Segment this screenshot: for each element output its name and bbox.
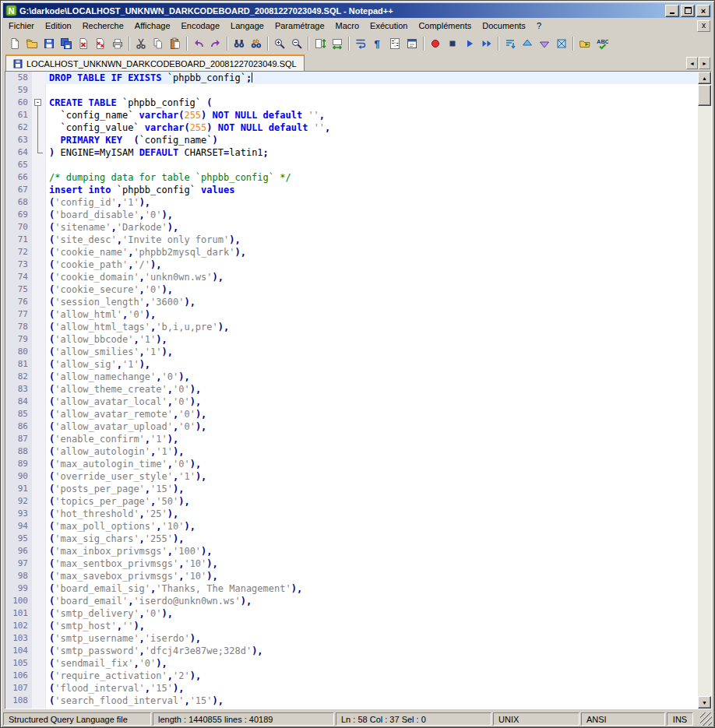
code-text[interactable]: ('max_sig_chars','255'), bbox=[45, 533, 698, 545]
code-line[interactable]: 79('allow_bbcode','1'), bbox=[5, 333, 698, 346]
title-bar[interactable]: N G:\darkode\LOCALHOST_UNKNWN_DARKCODEBO… bbox=[3, 3, 712, 18]
code-text[interactable]: ('max_sentbox_privmsgs','10'), bbox=[45, 557, 698, 570]
code-text[interactable]: ('allow_bbcode','1'), bbox=[45, 333, 698, 346]
menu-item-aide[interactable]: ? bbox=[531, 19, 547, 33]
print-button[interactable] bbox=[109, 35, 126, 52]
menu-item-documents[interactable]: Documents bbox=[477, 19, 531, 33]
code-line[interactable]: 81('allow_sig','1'), bbox=[5, 358, 698, 371]
code-line[interactable]: 61 `config_name` varchar(255) NOT NULL d… bbox=[5, 109, 698, 121]
code-text[interactable]: ('cookie_domain','unkn0wn.ws'), bbox=[45, 271, 698, 283]
code-line[interactable]: 72('cookie_name','phpbb2mysql_dark'), bbox=[5, 246, 698, 258]
scroll-up-button[interactable]: ▲ bbox=[698, 72, 711, 84]
code-text[interactable]: ('sitename','Darkode'), bbox=[45, 221, 698, 234]
code-line[interactable]: 95('max_sig_chars','255'), bbox=[5, 533, 698, 545]
code-line[interactable]: 68('config_id','1'), bbox=[5, 196, 698, 209]
code-text[interactable]: ('allow_namechange','0'), bbox=[45, 371, 698, 383]
spell-check-button[interactable]: ABC bbox=[593, 35, 611, 52]
code-text[interactable]: ('board_email_sig','Thanks, The Manageme… bbox=[45, 582, 698, 595]
menu-item-execution[interactable]: Exécution bbox=[365, 19, 413, 33]
code-line[interactable]: 96('max_inbox_privmsgs','100'), bbox=[5, 545, 698, 557]
code-line[interactable]: 97('max_sentbox_privmsgs','10'), bbox=[5, 557, 698, 570]
close-button[interactable]: × bbox=[696, 5, 710, 17]
code-line[interactable]: 73('cookie_path','/'), bbox=[5, 258, 698, 271]
plugin-down-button[interactable] bbox=[536, 35, 553, 52]
close-file-button[interactable] bbox=[75, 35, 92, 52]
code-text[interactable]: ('smtp_password','dfcj4r3e87we;328d'), bbox=[45, 645, 698, 657]
code-line[interactable]: 71('site_desc','Invite only forum'), bbox=[5, 234, 698, 246]
menu-item-edition[interactable]: Edition bbox=[40, 19, 77, 33]
zoom-out-button[interactable] bbox=[288, 35, 305, 52]
code-line[interactable]: 91('posts_per_page','15'), bbox=[5, 483, 698, 495]
code-text[interactable]: ('allow_autologin','1'), bbox=[45, 445, 698, 458]
code-text[interactable]: ) ENGINE=MyISAM DEFAULT CHARSET=latin1; bbox=[45, 146, 698, 159]
sync-vertical-button[interactable] bbox=[312, 35, 329, 52]
code-text[interactable]: ('allow_avatar_remote','0'), bbox=[45, 408, 698, 420]
code-text[interactable]: ('board_disable','0'), bbox=[45, 209, 698, 221]
code-line[interactable]: 64) ENGINE=MyISAM DEFAULT CHARSET=latin1… bbox=[5, 146, 698, 159]
run-macro-multiple-button[interactable] bbox=[478, 35, 495, 52]
code-line[interactable]: 101('smtp_delivery','0'), bbox=[5, 607, 698, 620]
menu-item-parametrage[interactable]: Paramétrage bbox=[269, 19, 330, 33]
code-line[interactable]: 59 bbox=[5, 84, 698, 97]
user-dialog-button[interactable] bbox=[403, 35, 421, 52]
explorer-button[interactable] bbox=[576, 35, 593, 52]
menu-item-recherche[interactable]: Recherche bbox=[77, 19, 129, 33]
tab-scroll-left-button[interactable]: ◄ bbox=[686, 57, 698, 69]
code-text[interactable]: ('board_email','iserdo@unkn0wn.ws'), bbox=[45, 595, 698, 607]
code-line[interactable]: 105('sendmail_fix','0'), bbox=[5, 657, 698, 670]
code-line[interactable]: 98('max_savebox_privmsgs','10'), bbox=[5, 570, 698, 582]
plugin-box-button[interactable] bbox=[553, 35, 570, 52]
code-text[interactable] bbox=[45, 159, 698, 171]
code-line[interactable]: 106('require_activation','2'), bbox=[5, 670, 698, 682]
save-all-button[interactable] bbox=[58, 35, 75, 52]
menu-item-affichage[interactable]: Affichage bbox=[129, 19, 176, 33]
code-line[interactable]: 62 `config_value` varchar(255) NOT NULL … bbox=[5, 121, 698, 134]
code-text[interactable]: `config_value` varchar(255) NOT NULL def… bbox=[45, 121, 698, 134]
play-macro-button[interactable] bbox=[461, 35, 478, 52]
sync-horizontal-button[interactable] bbox=[329, 35, 346, 52]
paste-button[interactable] bbox=[167, 35, 184, 52]
code-text[interactable]: ('require_activation','2'), bbox=[45, 670, 698, 682]
code-line[interactable]: 104('smtp_password','dfcj4r3e87we;328d')… bbox=[5, 645, 698, 657]
menu-item-langage[interactable]: Langage bbox=[225, 19, 269, 33]
code-text[interactable]: ('cookie_path','/'), bbox=[45, 258, 698, 271]
code-line[interactable]: 86('allow_avatar_upload','0'), bbox=[5, 420, 698, 433]
code-text[interactable]: ('config_id','1'), bbox=[45, 196, 698, 209]
code-line[interactable]: 70('sitename','Darkode'), bbox=[5, 221, 698, 234]
code-text[interactable]: ('session_length','3600'), bbox=[45, 296, 698, 308]
code-text[interactable]: ('hot_threshold','25'), bbox=[45, 508, 698, 520]
word-wrap-button[interactable] bbox=[352, 35, 369, 52]
code-line[interactable]: 93('hot_threshold','25'), bbox=[5, 508, 698, 520]
code-text[interactable]: /* dumping data for table `phpbb_config`… bbox=[45, 171, 698, 184]
code-text[interactable]: ('flood_interval','15'), bbox=[45, 682, 698, 695]
code-line[interactable]: 58DROP TABLE IF EXISTS `phpbb_config`; bbox=[5, 72, 698, 84]
cut-button[interactable] bbox=[132, 35, 150, 52]
code-text[interactable]: DROP TABLE IF EXISTS `phpbb_config`; bbox=[45, 72, 698, 84]
fold-open-marker[interactable]: - bbox=[32, 97, 45, 109]
show-symbols-button[interactable]: ¶ bbox=[369, 35, 386, 52]
code-line[interactable]: 78('allow_html_tags','b,i,u,pre'), bbox=[5, 321, 698, 333]
open-file-button[interactable] bbox=[23, 35, 41, 52]
code-line[interactable]: 60-CREATE TABLE `phpbb_config` ( bbox=[5, 97, 698, 109]
code-line[interactable]: 100('board_email','iserdo@unkn0wn.ws'), bbox=[5, 595, 698, 607]
close-all-button[interactable] bbox=[92, 35, 109, 52]
code-line[interactable]: 77('allow_html','0'), bbox=[5, 308, 698, 321]
code-line[interactable]: 108('search_flood_interval','15'), bbox=[5, 695, 698, 707]
code-text[interactable]: PRIMARY KEY (`config_name`) bbox=[45, 134, 698, 146]
code-text[interactable]: ('override_user_style','1'), bbox=[45, 470, 698, 483]
code-line[interactable]: 92('topics_per_page','50'), bbox=[5, 495, 698, 508]
redo-button[interactable] bbox=[207, 35, 224, 52]
code-text[interactable]: ('smtp_host',''), bbox=[45, 620, 698, 632]
code-text[interactable]: ('allow_avatar_upload','0'), bbox=[45, 420, 698, 433]
zoom-in-button[interactable] bbox=[271, 35, 288, 52]
code-line[interactable]: 80('allow_smilies','1'), bbox=[5, 346, 698, 358]
code-line[interactable]: 87('enable_confirm','1'), bbox=[5, 433, 698, 445]
minimize-button[interactable] bbox=[665, 5, 679, 17]
code-text[interactable]: ('max_poll_options','10'), bbox=[45, 520, 698, 533]
code-text[interactable]: ('max_autologin_time','0'), bbox=[45, 458, 698, 470]
code-line[interactable]: 94('max_poll_options','10'), bbox=[5, 520, 698, 533]
tab-scroll-right-button[interactable]: ► bbox=[699, 57, 710, 69]
code-line[interactable]: 103('smtp_username','iserdo'), bbox=[5, 632, 698, 645]
code-line[interactable]: 66/* dumping data for table `phpbb_confi… bbox=[5, 171, 698, 184]
code-line[interactable]: 69('board_disable','0'), bbox=[5, 209, 698, 221]
